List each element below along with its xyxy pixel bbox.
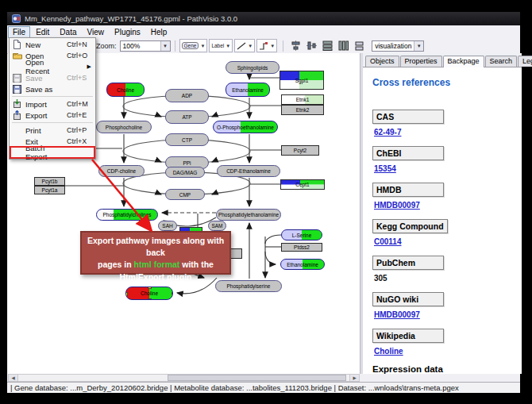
menu-icon-placeholder <box>12 125 22 135</box>
zoom-value: 100% <box>123 42 141 50</box>
zoom-combobox[interactable]: 100% ▼ <box>120 40 171 52</box>
pathway-node-choline[interactable]: Choline <box>106 83 145 97</box>
menu-separator <box>12 122 93 123</box>
cross-reference-link[interactable]: HMDB00097 <box>374 201 515 210</box>
distribute-vertical-button[interactable] <box>336 40 350 52</box>
file-menu-item-new[interactable]: NewCtrl+N <box>10 39 94 50</box>
selection-handle[interactable] <box>125 292 128 296</box>
tab-legend[interactable]: Legend <box>518 56 532 67</box>
file-menu-item-import[interactable]: ImportCtrl+M <box>10 98 94 110</box>
chevron-down-icon[interactable]: ▼ <box>226 44 230 48</box>
pathway-node-cept1[interactable]: Cept1 <box>280 179 325 190</box>
pathway-node-phosphocholine[interactable]: Phosphocholine <box>96 121 152 133</box>
pathway-node-sam[interactable]: SAM <box>208 221 226 231</box>
pathway-node-pcyt1b[interactable]: Pcyt1b <box>34 177 65 186</box>
tab-properties[interactable]: Properties <box>400 56 442 67</box>
file-menu-item-save-as[interactable]: Save as <box>10 83 94 94</box>
pathway-node-o-phosphoethanolamine[interactable]: O-Phosphoethanolamine <box>213 121 278 133</box>
file-menu-item-batch-export[interactable]: Batch Export <box>10 147 94 158</box>
expression-data-heading: Expression data <box>372 364 515 374</box>
visualization-combobox[interactable]: visualization ▼ <box>372 40 424 52</box>
pathway-node-l-serine[interactable]: L-Serine <box>281 229 322 240</box>
title-bar[interactable]: Mm_Kennedy_pathway_WP1771_45176.gpml - P… <box>7 12 520 25</box>
pathway-node-choline[interactable]: Choline <box>125 287 173 300</box>
file-menu-item-export[interactable]: ExportCtrl+E <box>10 110 94 121</box>
chevron-down-icon[interactable]: ▼ <box>270 44 275 48</box>
open-folder-icon <box>12 51 22 60</box>
menu-item-shortcut: Ctrl+E <box>67 111 93 119</box>
menubar-item-plugins[interactable]: Plugins <box>110 26 145 38</box>
menu-item-shortcut: Ctrl+S <box>67 74 93 82</box>
tab-backpage[interactable]: Backpage <box>443 56 484 67</box>
pathway-node-pcyt2[interactable]: Pcyt2 <box>281 145 319 156</box>
add-label-button[interactable]: Label ▼ <box>209 39 233 52</box>
pathway-node-cdp-ethanolamine[interactable]: CDP-Ethanolamine <box>217 165 280 177</box>
tab-objects[interactable]: Objects <box>365 56 399 67</box>
chevron-down-icon[interactable]: ▼ <box>414 41 423 51</box>
horizontal-scrollbar[interactable]: ◀ ▶ <box>8 374 360 382</box>
side-panel-tabs: ObjectsPropertiesBackpageSearchLegend <box>363 53 522 67</box>
cross-reference-link[interactable]: 15354 <box>374 164 515 173</box>
pathway-node-phosphatidylcholines[interactable]: Phosphatidylcholines <box>96 209 158 221</box>
annotation-callout: Export pathway images along with back pa… <box>80 231 231 275</box>
pathway-node-atp[interactable]: ATP <box>165 110 209 124</box>
pathway-node-etnk1[interactable]: Etnk1 <box>281 94 324 105</box>
pathway-node-cmp[interactable]: CMP <box>165 189 205 200</box>
pathway-node-ethanolamine[interactable]: Ethanolamine <box>280 259 325 270</box>
pathway-node-ethanolamine[interactable]: Ethanolamine <box>226 83 270 97</box>
align-center-x-button[interactable] <box>288 40 303 52</box>
pathway-node-dag-mag[interactable]: DAG/MAG <box>165 167 205 178</box>
pathway-node-ctp[interactable]: CTP <box>165 133 209 146</box>
menubar-item-edit[interactable]: Edit <box>31 26 54 38</box>
menubar-item-file[interactable]: File <box>8 26 30 38</box>
scroll-left-icon[interactable]: ◀ <box>9 375 18 381</box>
pathway-node-pcyt1a[interactable]: Pcyt1a <box>34 186 65 194</box>
selection-handle[interactable] <box>172 292 173 296</box>
selection-handle[interactable] <box>148 287 152 289</box>
menubar-item-help[interactable]: Help <box>146 26 172 38</box>
save-as-icon <box>12 84 22 94</box>
distribute-vertical-icon <box>338 40 349 51</box>
cross-reference-link[interactable]: HMDB00097 <box>374 310 515 319</box>
distribute-horizontal-button[interactable] <box>320 40 334 52</box>
chevron-down-icon[interactable]: ▼ <box>200 44 205 48</box>
pathway-node-sah[interactable]: SAH <box>158 221 177 231</box>
align-center-y-button[interactable] <box>304 40 318 52</box>
callout-line3: HtmlExport plugin <box>120 272 192 282</box>
file-menu-item-print[interactable]: PrintCtrl+P <box>10 125 94 136</box>
draw-connector-button[interactable]: ▼ <box>256 39 277 52</box>
stack-button[interactable] <box>352 40 366 52</box>
gene-node-icon: Gene <box>182 42 199 49</box>
visualization-value: visualization <box>375 42 411 50</box>
scrollbar-trough[interactable] <box>18 375 349 381</box>
scroll-right-icon[interactable]: ▶ <box>349 375 359 381</box>
chevron-down-icon[interactable]: ▼ <box>248 44 253 48</box>
pathway-node-cdp-choline[interactable]: CDP-choline <box>98 165 145 177</box>
section-header: CAS <box>372 110 444 124</box>
callout-line2-post: with the <box>179 260 214 269</box>
pathway-node-etnk2[interactable]: Etnk2 <box>281 105 324 115</box>
tab-search[interactable]: Search <box>485 56 518 67</box>
pathway-node-ptdss2[interactable]: Ptdss2 <box>281 243 322 252</box>
menubar-item-data[interactable]: Data <box>55 26 81 38</box>
cross-reference-link[interactable]: 62-49-7 <box>374 128 515 137</box>
cross-reference-link[interactable]: Choline <box>374 347 515 356</box>
menu-item-label: New <box>25 40 67 49</box>
backpage-heading: Cross references <box>372 77 515 88</box>
pathway-node-sgpl1[interactable]: Sgpl1 <box>279 71 324 90</box>
file-menu-item-save[interactable]: SaveCtrl+S <box>10 72 94 83</box>
file-menu-item-open-recent[interactable]: Open Recent▶ <box>10 61 94 72</box>
toolbar-separator <box>175 40 175 52</box>
menu-item-label: Save as <box>25 85 67 94</box>
menubar-item-view[interactable]: View <box>82 26 109 38</box>
cross-reference-link[interactable]: C00114 <box>374 237 515 246</box>
add-gene-button[interactable]: Gene ▼ <box>179 39 208 52</box>
pathway-node-phosphatidylethanolamine[interactable]: Phosphatidylethanolamine <box>216 209 281 221</box>
pathway-node-adp[interactable]: ADP <box>165 89 209 102</box>
selection-handle[interactable] <box>148 298 152 300</box>
menu-item-shortcut: Ctrl+X <box>67 137 93 145</box>
draw-line-button[interactable]: ▼ <box>234 39 255 52</box>
pathway-node-sphingolipids[interactable]: Sphingolipids <box>226 61 279 74</box>
scrollbar-thumb[interactable] <box>168 375 346 381</box>
chevron-down-icon[interactable]: ▼ <box>160 41 170 51</box>
